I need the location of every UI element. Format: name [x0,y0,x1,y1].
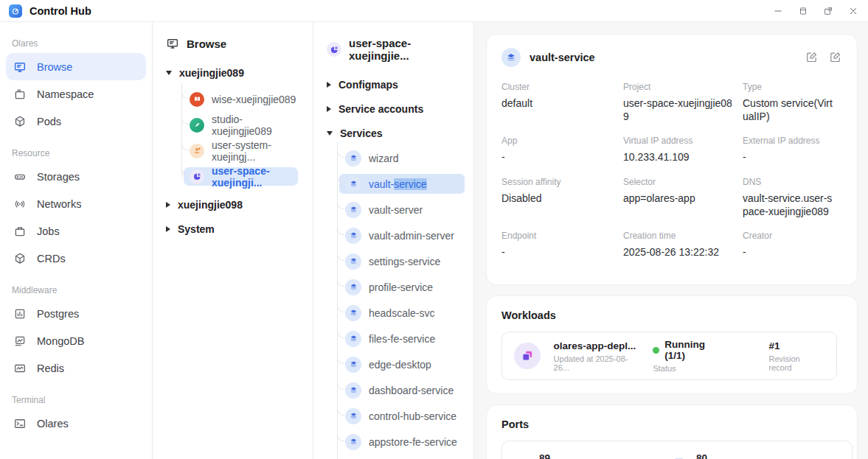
user-space-app-icon [327,42,341,57]
service-item-dashboard-service[interactable]: dashboard-service [321,377,466,403]
edit-icon[interactable] [805,51,819,64]
container-port-icon [514,456,532,459]
service-icon [501,48,521,67]
browse-panel: Browse xuejingjie089 wise-xuejingjie089 [153,22,313,459]
maximize-button[interactable] [797,5,809,17]
service-item-files-fe-service[interactable]: files-fe-service [321,326,466,351]
mongodb-icon [13,334,27,348]
sidebar-item-label: Pods [37,116,61,127]
redis-icon [13,362,27,375]
field-external-ip: External IP address- [743,136,842,164]
sidebar-item-jobs[interactable]: Jobs [6,217,146,245]
service-icon [345,253,361,270]
field-endpoint: Endpoint- [501,231,623,259]
service-item-settings-service[interactable]: settings-service [321,248,466,274]
field-cluster: Clusterdefault [501,82,623,123]
sidebar-item-mongodb[interactable]: MongoDB [6,327,146,354]
running-status-dot [653,347,659,354]
service-item-vault-server[interactable]: vault-server [321,197,466,223]
text-selection: service [394,178,426,190]
open-in-new-window-button[interactable] [822,5,834,17]
postgres-icon [13,307,27,320]
workload-status: Running (1/1) [664,339,727,361]
minimize-button[interactable] [772,5,784,17]
service-icon [345,150,361,167]
sidebar-item-label: Namespace [37,88,94,100]
service-icon [345,305,361,321]
edit-yaml-icon[interactable] [829,51,842,64]
service-icon [345,176,361,192]
service-icon [345,357,361,373]
tree-node-xuejingjie098[interactable]: xuejingjie098 [160,192,305,217]
tree-node-system[interactable]: System [160,217,305,241]
tree-leaf-user-space[interactable]: user-space-xuejingji... [160,164,305,189]
service-icon [345,202,361,218]
tree-leaf-user-system[interactable]: user-system-xuejingj... [160,138,305,164]
field-type: TypeCustom service(VirtualIP) [743,82,842,123]
sidebar-item-redis[interactable]: Redis [6,354,146,382]
service-detail-title: vault-service [530,52,595,63]
service-item-vault-service[interactable]: vault-service [321,171,466,197]
service-icon [345,279,361,295]
sidebar-item-namespace[interactable]: Namespace [6,80,146,108]
field-creator: Creator- [743,231,842,259]
field-session-affinity: Session affinityDisabled [501,177,623,218]
service-item-seafile[interactable]: seafile [321,455,466,459]
sidebar: Olares Browse Namespace Pods Resource St… [0,22,153,459]
terminal-icon [13,417,27,430]
service-item-vault-admin-server[interactable]: vault-admin-server [321,223,466,248]
chevron-down-icon [327,131,333,136]
sidebar-item-postgres[interactable]: Postgres [6,300,146,327]
field-project: Projectuser-space-xuejingjie089 [623,82,743,123]
wise-app-icon [190,92,204,107]
tree-leaf-studio[interactable]: studio-xuejingjie089 [160,112,305,138]
namespace-icon [13,88,27,101]
sidebar-item-browse[interactable]: Browse [6,53,146,80]
field-creation-time: Creation time2025-08-26 13:22:32 [623,231,743,259]
workload-revision-label: Revision record [768,354,824,372]
sidebar-item-pods[interactable]: Pods [6,108,146,135]
chevron-right-icon [166,226,170,232]
workload-row[interactable]: olares-app-depl... Updated at 2025-08-26… [501,332,837,380]
tree-leaf-wise[interactable]: wise-xuejingjie089 [160,86,305,112]
service-detail-card: vault-service Clusterdefault Projectuser… [486,34,858,285]
group-configmaps[interactable]: Configmaps [321,72,466,97]
app-logo-icon [9,4,22,18]
sidebar-item-label: MongoDB [37,335,84,347]
sidebar-item-label: Postgres [37,308,79,320]
jobs-icon [13,225,27,238]
ports-title: Ports [501,418,842,430]
close-button[interactable] [847,5,859,17]
chevron-right-icon [166,202,170,208]
sidebar-section-terminal: Terminal [6,389,146,410]
namespace-panel-title: user-space-xuejingjie... [349,37,460,62]
deployment-icon [514,343,541,369]
workload-name: olares-app-depl... [554,340,625,351]
service-item-headscale-svc[interactable]: headscale-svc [321,300,466,326]
browse-icon [13,60,27,74]
field-app: App- [501,136,623,164]
sidebar-item-olares-terminal[interactable]: Olares [6,410,146,437]
service-icon [345,408,361,424]
detail-area: vault-service Clusterdefault Projectuser… [474,22,868,459]
group-service-accounts[interactable]: Service accounts [321,97,466,121]
tree-node-xuejingjie089[interactable]: xuejingjie089 [160,60,305,85]
group-services[interactable]: Services [321,121,466,145]
service-icon [345,382,361,399]
ports-card: Ports 89 Container port TCP 80 [486,404,858,459]
sidebar-item-storages[interactable]: Storages [6,163,146,190]
networks-icon [13,197,27,211]
sidebar-item-networks[interactable]: Networks [6,190,146,217]
service-item-edge-desktop[interactable]: edge-desktop [321,351,466,377]
sidebar-item-label: Redis [37,362,64,374]
sidebar-item-crds[interactable]: CRDs [6,245,146,272]
service-item-profile-service[interactable]: profile-service [321,274,466,300]
chevron-down-icon [166,71,172,75]
storages-icon [13,170,27,183]
container-port-value: 89 [539,452,593,459]
crds-icon [13,252,27,265]
service-item-appstore-fe-service[interactable]: appstore-fe-service [321,429,466,455]
sidebar-section-resource: Resource [6,142,146,163]
service-item-control-hub-service[interactable]: control-hub-service [321,403,466,429]
service-item-wizard[interactable]: wizard [321,145,466,171]
